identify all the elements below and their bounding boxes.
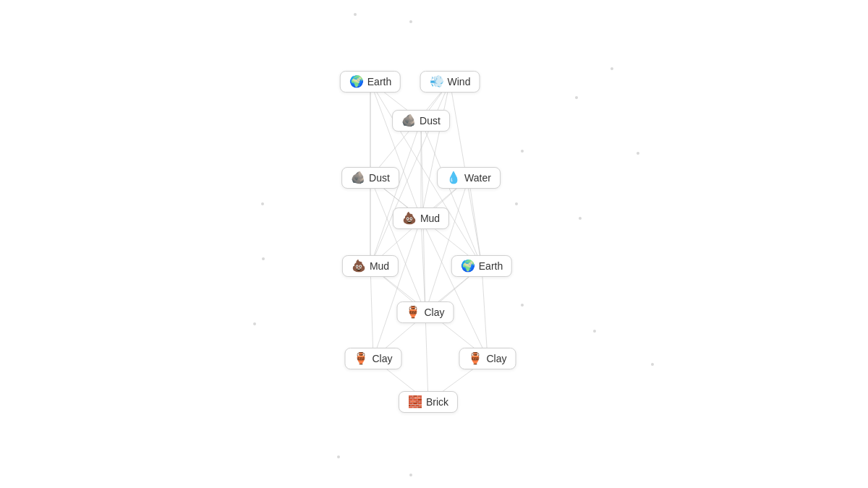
node-label-earth2: Earth [479, 260, 503, 272]
node-earth2[interactable]: 🌍Earth [451, 255, 512, 277]
decorative-dot [337, 455, 340, 458]
svg-line-30 [482, 266, 488, 359]
node-label-clay2: Clay [372, 353, 392, 364]
decorative-dot [610, 67, 613, 70]
decorative-dot [515, 202, 518, 205]
node-icon-dust_center: 🪨 [401, 115, 416, 127]
node-brick1[interactable]: 🧱Brick [399, 391, 458, 413]
node-mud2[interactable]: 💩Mud [342, 255, 399, 277]
decorative-dot [409, 20, 412, 23]
svg-line-22 [421, 218, 425, 312]
decorative-dot [261, 202, 264, 205]
node-dust2[interactable]: 🪨Dust [341, 167, 399, 189]
decorative-dot [651, 363, 654, 366]
node-icon-earth2: 🌍 [461, 260, 475, 272]
svg-line-31 [425, 312, 428, 402]
node-wind1[interactable]: 💨Wind [420, 71, 480, 93]
node-icon-brick1: 🧱 [408, 396, 422, 408]
decorative-dot [637, 152, 639, 155]
node-icon-mud_center: 💩 [402, 213, 417, 224]
svg-line-26 [370, 266, 373, 359]
node-icon-clay3: 🏺 [468, 353, 482, 364]
graph-container: 🌍Earth💨Wind🪨Dust🪨Dust💧Water💩Mud💩Mud🌍Eart… [0, 0, 868, 488]
svg-line-21 [425, 178, 469, 312]
node-icon-water1: 💧 [446, 172, 461, 184]
svg-line-13 [370, 121, 421, 266]
node-clay2[interactable]: 🏺Clay [344, 348, 401, 369]
node-icon-mud2: 💩 [352, 260, 366, 272]
node-earth1[interactable]: 🌍Earth [340, 71, 401, 93]
node-label-dust_center: Dust [420, 115, 441, 127]
node-water1[interactable]: 💧Water [437, 167, 501, 189]
node-label-wind1: Wind [448, 76, 471, 87]
node-label-dust2: Dust [369, 172, 390, 184]
svg-line-5 [421, 82, 450, 218]
node-clay_center[interactable]: 🏺Clay [396, 301, 454, 323]
decorative-dot [521, 150, 524, 153]
decorative-dot [575, 96, 578, 99]
decorative-dot [354, 13, 357, 16]
node-mud_center[interactable]: 💩Mud [393, 207, 449, 229]
decorative-dot [262, 257, 265, 260]
node-label-brick1: Brick [426, 396, 448, 408]
node-icon-clay2: 🏺 [354, 353, 368, 364]
node-icon-wind1: 💨 [430, 76, 444, 87]
node-icon-dust2: 🪨 [351, 172, 365, 184]
node-dust_center[interactable]: 🪨Dust [392, 110, 450, 132]
svg-line-25 [373, 218, 421, 359]
decorative-dot [253, 322, 256, 325]
node-label-mud2: Mud [370, 260, 389, 272]
decorative-dot [409, 474, 412, 476]
svg-line-20 [370, 178, 425, 312]
node-label-clay_center: Clay [424, 307, 444, 318]
node-icon-earth1: 🌍 [349, 76, 364, 87]
node-label-water1: Water [464, 172, 491, 184]
decorative-dot [521, 304, 524, 307]
svg-line-4 [370, 82, 421, 218]
node-label-mud_center: Mud [420, 213, 440, 224]
svg-line-28 [421, 218, 488, 359]
node-label-clay3: Clay [486, 353, 506, 364]
node-clay3[interactable]: 🏺Clay [459, 348, 516, 369]
node-label-earth1: Earth [367, 76, 391, 87]
svg-line-18 [469, 178, 482, 266]
decorative-dot [593, 330, 596, 333]
decorative-dot [579, 217, 582, 220]
svg-line-16 [421, 121, 482, 266]
node-icon-clay_center: 🏺 [406, 307, 420, 318]
